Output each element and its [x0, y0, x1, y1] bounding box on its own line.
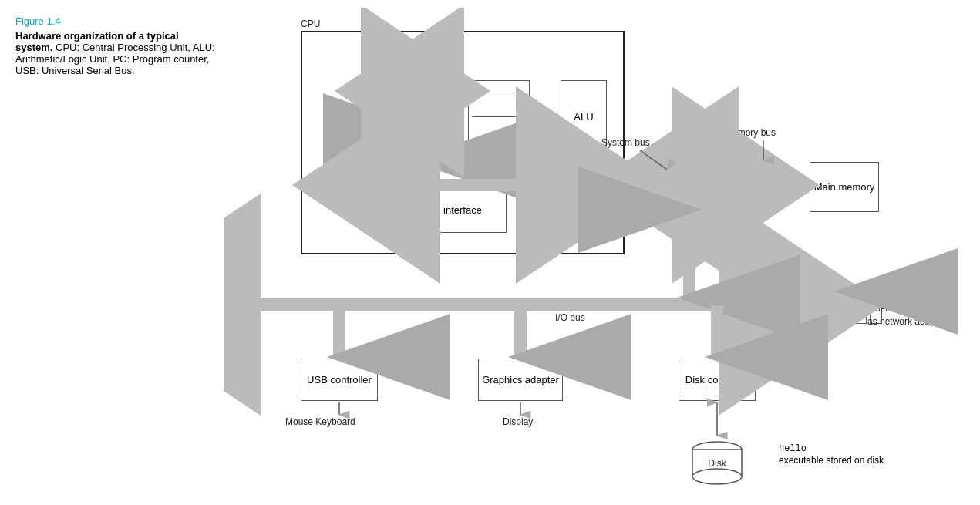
expansion-slots-label: Expansion slots for other devices such a… [867, 289, 952, 328]
memory-bus-label: Memory bus [725, 127, 776, 138]
system-bus-label: System bus [601, 137, 650, 148]
cpu-box: Register file PC ALU Bus interface [301, 31, 625, 254]
bus-interface-box: Bus interface [399, 187, 507, 233]
hello-desc: executable stored on disk [779, 455, 884, 466]
figure-caption: Figure 1.4 Hardware organization of a ty… [15, 15, 216, 79]
figure-label: Figure 1.4 [15, 15, 216, 27]
io-bridge-box: I/O bridge [655, 162, 725, 208]
graphics-adapter-box: Graphics adapter [478, 359, 563, 401]
display-label: Display [503, 416, 533, 427]
mouse-keyboard-label: Mouse Keyboard [285, 416, 355, 427]
cpu-label: CPU [301, 19, 320, 29]
hello-code: hello [779, 443, 807, 454]
slot-1 [839, 293, 851, 324]
disk-label: Disk [700, 460, 719, 472]
register-file-box [468, 80, 530, 153]
alu-box: ALU [561, 80, 607, 153]
io-bus-label: I/O bus [555, 312, 585, 323]
register-line-2 [472, 116, 526, 117]
main-memory-box: Main memory [810, 162, 879, 212]
pc-box: PC [402, 94, 449, 125]
register-line-3 [472, 140, 526, 141]
hardware-diagram: CPU Register file PC ALU Bus interface I… [224, 8, 964, 501]
register-line-1 [472, 93, 526, 93]
disk-controller-box: Disk controller [679, 359, 756, 401]
slot-2 [854, 293, 867, 324]
figure-title: Hardware organization of a typical syste… [15, 30, 216, 76]
register-file-label: Register file [391, 40, 439, 51]
svg-point-20 [692, 442, 742, 457]
usb-controller-box: USB controller [301, 359, 378, 401]
